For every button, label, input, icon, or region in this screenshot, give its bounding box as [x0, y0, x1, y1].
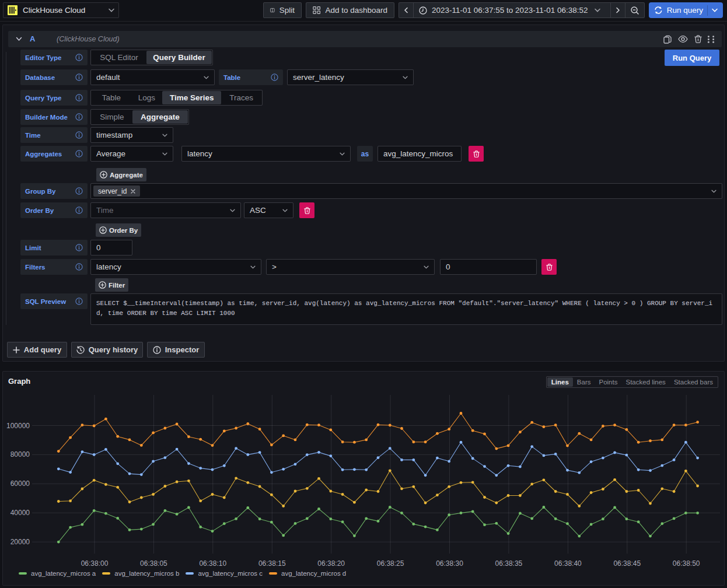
svg-text:100000: 100000	[6, 422, 30, 430]
svg-text:40000: 40000	[11, 509, 30, 517]
svg-text:06:38:25: 06:38:25	[377, 559, 404, 568]
svg-text:06:38:30: 06:38:30	[436, 559, 463, 568]
svg-text:06:38:45: 06:38:45	[613, 559, 641, 568]
svg-text:60000: 60000	[11, 480, 30, 488]
svg-text:06:38:10: 06:38:10	[199, 559, 226, 568]
svg-text:06:38:50: 06:38:50	[673, 559, 700, 568]
svg-text:06:38:00: 06:38:00	[81, 559, 109, 568]
svg-text:06:38:35: 06:38:35	[495, 559, 523, 568]
svg-text:06:38:15: 06:38:15	[258, 559, 286, 568]
svg-text:20000: 20000	[11, 538, 30, 546]
svg-text:06:38:05: 06:38:05	[140, 559, 167, 568]
svg-text:06:38:40: 06:38:40	[554, 559, 582, 568]
svg-text:80000: 80000	[11, 450, 30, 459]
svg-text:06:38:20: 06:38:20	[317, 559, 345, 568]
